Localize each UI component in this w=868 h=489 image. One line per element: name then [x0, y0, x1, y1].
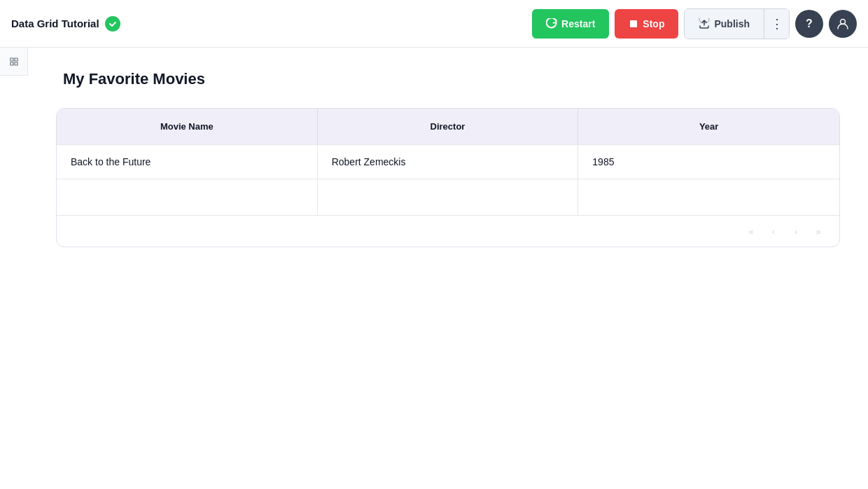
data-grid: Movie Name Director Year Back to the Fut… — [56, 108, 840, 247]
column-header-director: Director — [318, 109, 579, 144]
page-title: My Favorite Movies — [63, 70, 840, 88]
publish-button[interactable]: Publish — [685, 9, 764, 39]
publish-button-group: Publish ⋮ — [684, 8, 790, 39]
question-mark-icon: ? — [806, 18, 813, 30]
empty-cell-2 — [318, 179, 579, 215]
navbar-left: Data Grid Tutorial — [11, 16, 120, 32]
collapse-icon — [8, 56, 20, 67]
publish-icon — [699, 18, 710, 29]
stop-button[interactable]: Stop — [615, 9, 678, 39]
more-options-button[interactable]: ⋮ — [764, 9, 789, 39]
main-content: My Favorite Movies Movie Name Director Y… — [28, 48, 868, 270]
restart-label: Restart — [561, 18, 595, 29]
column-header-movie-name: Movie Name — [57, 109, 318, 144]
navbar-right: Restart Stop Publish ⋮ — [532, 8, 857, 39]
empty-cell-3 — [578, 179, 839, 215]
publish-label: Publish — [714, 18, 750, 29]
grid-header: Movie Name Director Year — [57, 109, 839, 144]
column-header-year: Year — [578, 109, 839, 144]
last-page-button[interactable]: » — [808, 221, 828, 241]
pagination: « ‹ › » — [57, 215, 839, 247]
stop-label: Stop — [643, 18, 664, 29]
cell-director: Robert Zemeckis — [318, 145, 579, 179]
more-dots-icon: ⋮ — [771, 16, 783, 32]
restart-button[interactable]: Restart — [532, 9, 609, 39]
svg-rect-0 — [630, 20, 637, 27]
cell-year: 1985 — [578, 145, 839, 179]
verified-icon — [105, 16, 120, 32]
cell-movie-name: Back to the Future — [57, 145, 318, 179]
grid-body: Back to the Future Robert Zemeckis 1985 — [57, 144, 839, 215]
empty-cell-1 — [57, 179, 318, 215]
empty-row — [57, 179, 839, 215]
stop-icon — [629, 19, 638, 29]
restart-icon — [546, 18, 557, 29]
prev-page-button[interactable]: ‹ — [764, 221, 783, 241]
user-avatar[interactable] — [829, 10, 857, 38]
user-icon — [836, 18, 849, 30]
sidebar-toggle-button[interactable] — [0, 48, 28, 76]
navbar: Data Grid Tutorial Restart Stop — [0, 0, 868, 48]
help-button[interactable]: ? — [795, 10, 823, 38]
table-row[interactable]: Back to the Future Robert Zemeckis 1985 — [57, 144, 839, 179]
app-title: Data Grid Tutorial — [11, 18, 99, 29]
first-page-button[interactable]: « — [741, 221, 761, 241]
next-page-button[interactable]: › — [786, 221, 806, 241]
